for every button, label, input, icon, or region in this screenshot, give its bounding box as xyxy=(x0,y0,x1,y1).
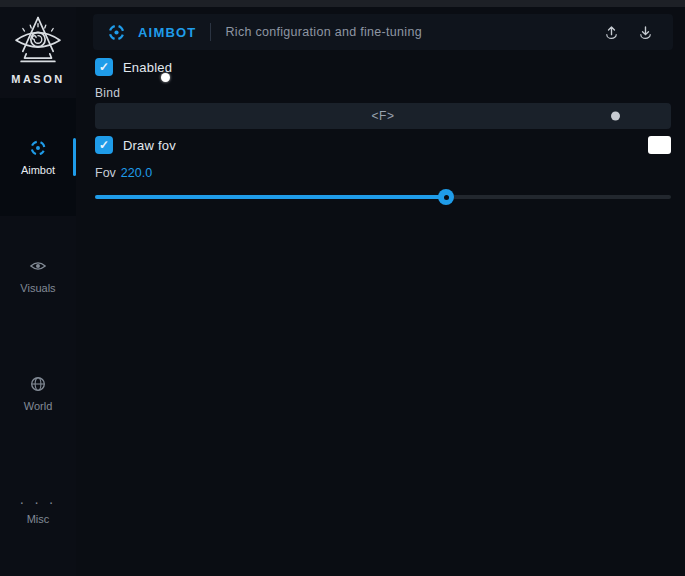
page-subtitle: Rich configuration and fine-tuning xyxy=(225,25,421,39)
fov-slider-fill xyxy=(95,195,446,199)
bind-label: Bind xyxy=(95,86,120,100)
draw-fov-checkbox[interactable]: ✓ xyxy=(95,136,113,154)
bind-input[interactable]: <F> xyxy=(95,103,671,129)
sidebar-item-aimbot[interactable]: Aimbot xyxy=(0,98,76,216)
page-title: AIMBOT xyxy=(138,25,196,40)
sidebar-item-world[interactable]: World xyxy=(0,334,76,452)
content-panel: AIMBOT Rich configuration and fine-tunin… xyxy=(76,7,685,576)
fov-value-row: Fov220.0 xyxy=(95,166,152,180)
divider xyxy=(210,23,211,41)
sidebar-item-visuals[interactable]: Visuals xyxy=(0,216,76,334)
draw-fov-row: ✓ Draw fov xyxy=(95,136,176,154)
upload-config-button[interactable] xyxy=(599,20,623,44)
eye-icon xyxy=(29,257,47,275)
enabled-checkbox[interactable]: ✓ xyxy=(95,58,113,76)
sidebar-item-label: World xyxy=(24,400,53,412)
sidebar: MASON Aimbot Visuals xyxy=(0,7,76,576)
checkmark-icon: ✓ xyxy=(99,60,109,74)
sidebar-item-label: Aimbot xyxy=(21,164,55,176)
page-header: AIMBOT Rich configuration and fine-tunin… xyxy=(93,14,673,50)
crosshair-icon xyxy=(29,139,47,157)
mouse-cursor-dot xyxy=(161,73,170,82)
window-top-strip xyxy=(0,0,685,7)
download-config-button[interactable] xyxy=(633,20,657,44)
globe-icon xyxy=(29,375,47,393)
crosshair-icon xyxy=(107,23,126,42)
fov-label: Fov xyxy=(95,166,116,180)
sidebar-item-misc[interactable]: · · · Misc xyxy=(0,452,76,570)
fov-color-swatch[interactable] xyxy=(648,136,671,154)
mason-logo: MASON xyxy=(0,15,76,85)
bind-dot xyxy=(611,112,620,121)
draw-fov-label: Draw fov xyxy=(123,138,176,153)
sidebar-item-label: Misc xyxy=(27,513,50,525)
sidebar-item-label: Visuals xyxy=(20,282,55,294)
fov-slider[interactable] xyxy=(95,189,671,205)
fov-slider-thumb[interactable] xyxy=(438,189,454,205)
checkmark-icon: ✓ xyxy=(99,138,109,152)
ellipsis-icon: · · · xyxy=(20,498,57,506)
enabled-row: ✓ Enabled xyxy=(95,58,172,76)
bind-value: <F> xyxy=(372,109,395,123)
mason-menu-window: MASON Aimbot Visuals xyxy=(0,0,685,576)
logo-text: MASON xyxy=(11,73,64,85)
fov-value: 220.0 xyxy=(121,166,152,180)
mason-eye-pyramid-logo-icon xyxy=(12,15,64,69)
